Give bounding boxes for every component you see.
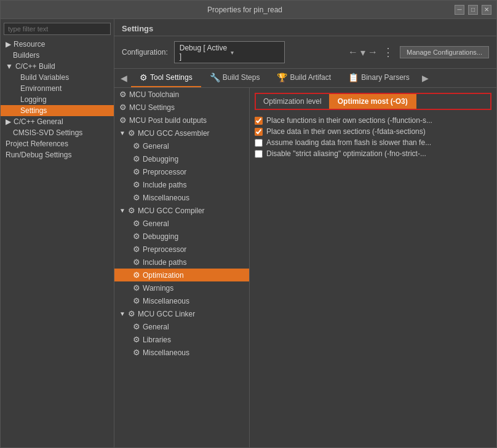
checkbox-loading-flash[interactable] — [255, 139, 263, 147]
tool-item-mcu-post-build[interactable]: ⚙ MCU Post build outputs — [114, 114, 249, 127]
sidebar-item-build-variables[interactable]: Build Variables — [1, 72, 114, 83]
tool-item-label: Libraries — [143, 336, 171, 344]
minimize-button[interactable]: ─ — [455, 5, 464, 15]
tab-tool-settings[interactable]: ⚙ Tool Settings — [131, 69, 201, 87]
window-controls: ─ □ ✕ — [455, 5, 491, 15]
tool-item-asm-miscellaneous[interactable]: ⚙ Miscellaneous — [114, 191, 249, 204]
sidebar-item-label: Settings — [20, 106, 47, 115]
tab-build-steps-label: Build Steps — [223, 73, 260, 82]
settings-title: Settings — [122, 24, 153, 33]
main-window: Properties for pin_read ─ □ ✕ ▶ Resource… — [0, 0, 497, 448]
gear-icon: ⚙ — [128, 206, 135, 215]
tab-next-button[interactable]: ▶ — [418, 71, 432, 85]
maximize-button[interactable]: □ — [468, 5, 478, 15]
gear-icon: ⚙ — [133, 270, 140, 280]
filter-input[interactable] — [4, 23, 111, 35]
close-button[interactable]: ✕ — [482, 5, 491, 15]
tab-binary-parsers-label: Binary Parsers — [361, 73, 410, 82]
tool-item-mcu-toolchain[interactable]: ⚙ MCU Toolchain — [114, 88, 249, 101]
window-title: Properties for pin_read — [35, 6, 455, 14]
tool-item-label: Preprocessor — [143, 245, 186, 254]
sidebar-item-label: Run/Debug Settings — [6, 151, 71, 159]
nav-dropdown-button[interactable]: ▾ — [360, 47, 365, 58]
gear-icon: ⚙ — [133, 193, 140, 202]
tool-item-linker-general[interactable]: ⚙ General — [114, 320, 249, 333]
tab-build-artifact[interactable]: 🏆 Build Artifact — [268, 69, 340, 87]
gear-icon: ⚙ — [133, 167, 140, 176]
tool-item-gcc-debugging[interactable]: ⚙ Debugging — [114, 230, 249, 243]
right-panel: Settings Configuration: Debug [ Active ]… — [114, 19, 496, 447]
tool-item-label: General — [143, 219, 169, 228]
checkbox-row: Assume loading data from flash is slower… — [255, 138, 491, 147]
tool-item-label: Miscellaneous — [143, 194, 189, 202]
tool-item-gcc-general[interactable]: ⚙ General — [114, 217, 249, 230]
checkbox-row: Place functions in their own sections (-… — [255, 116, 491, 125]
tool-item-label: Miscellaneous — [143, 297, 189, 305]
sidebar-item-label: Resource — [14, 40, 45, 49]
nav-fwd-button[interactable]: → — [368, 47, 378, 58]
tool-item-gcc-optimization[interactable]: ⚙ Optimization — [114, 269, 249, 281]
sidebar-item-environment[interactable]: Environment — [1, 83, 114, 94]
tool-item-mcu-gcc-assembler[interactable]: ▼ ⚙ MCU GCC Assembler — [114, 127, 249, 140]
gear-icon: ⚙ — [133, 232, 140, 241]
optimization-level-value[interactable]: Optimize most (-O3) — [329, 94, 416, 109]
sidebar-item-resource[interactable]: ▶ Resource — [1, 39, 114, 50]
sidebar-item-project-references[interactable]: Project References — [1, 138, 114, 149]
gear-icon: ⚙ — [119, 103, 127, 112]
sidebar-item-cpp-build[interactable]: ▼ C/C++ Build — [1, 61, 114, 72]
build-steps-icon: 🔧 — [210, 73, 220, 82]
tab-binary-parsers[interactable]: 📋 Binary Parsers — [340, 69, 418, 87]
binary-parsers-icon: 📋 — [348, 73, 359, 82]
config-dropdown[interactable]: Debug [ Active ] ▾ — [174, 41, 285, 63]
sidebar-item-label: C/C++ Build — [15, 62, 55, 71]
tool-item-label: MCU GCC Compiler — [138, 206, 205, 215]
config-dropdown-value: Debug [ Active ] — [180, 44, 228, 61]
checkbox-data-sections[interactable] — [255, 128, 263, 136]
tool-item-label: MCU Settings — [129, 103, 175, 112]
chevron-icon: ▶ — [6, 40, 11, 49]
manage-configurations-button[interactable]: Manage Configurations... — [400, 46, 489, 58]
more-options-button[interactable]: ⋮ — [383, 45, 394, 59]
tool-settings-icon: ⚙ — [140, 73, 148, 82]
tool-item-gcc-miscellaneous[interactable]: ⚙ Miscellaneous — [114, 294, 249, 307]
chevron-icon: ▼ — [6, 62, 13, 71]
sidebar-item-logging[interactable]: Logging — [1, 94, 114, 105]
tab-build-steps[interactable]: 🔧 Build Steps — [201, 69, 269, 87]
gear-icon: ⚙ — [133, 245, 140, 254]
tool-item-asm-general[interactable]: ⚙ General — [114, 140, 249, 152]
tool-item-asm-preprocessor[interactable]: ⚙ Preprocessor — [114, 165, 249, 178]
nav-back-button[interactable]: ← — [348, 47, 358, 58]
gear-icon: ⚙ — [133, 141, 140, 151]
sidebar-item-cmsis-svd[interactable]: CMSIS-SVD Settings — [1, 127, 114, 138]
tool-item-gcc-preprocessor[interactable]: ⚙ Preprocessor — [114, 243, 249, 256]
dropdown-arrow-icon: ▾ — [231, 49, 279, 56]
sidebar-item-settings[interactable]: Settings — [1, 105, 114, 116]
checkbox-label: Disable "strict aliasing" optimization (… — [266, 149, 426, 158]
tool-item-linker-miscellaneous[interactable]: ⚙ Miscellaneous — [114, 346, 249, 359]
tool-item-label: General — [143, 142, 169, 151]
checkbox-functions-sections[interactable] — [255, 117, 263, 125]
tool-item-mcu-gcc-compiler[interactable]: ▼ ⚙ MCU GCC Compiler — [114, 204, 249, 217]
checkbox-label: Assume loading data from flash is slower… — [266, 138, 431, 147]
panel-body: ⚙ MCU Toolchain ⚙ MCU Settings ⚙ MCU Pos… — [114, 88, 496, 447]
gear-icon: ⚙ — [133, 348, 140, 357]
tool-tree: ⚙ MCU Toolchain ⚙ MCU Settings ⚙ MCU Pos… — [114, 88, 250, 447]
tool-item-gcc-include-paths[interactable]: ⚙ Include paths — [114, 256, 249, 269]
tool-item-asm-include-paths[interactable]: ⚙ Include paths — [114, 178, 249, 191]
tool-item-mcu-settings[interactable]: ⚙ MCU Settings — [114, 101, 249, 114]
tool-item-label: MCU GCC Assembler — [138, 129, 210, 138]
checkbox-strict-aliasing[interactable] — [255, 150, 263, 158]
tab-prev-button[interactable]: ◀ — [117, 71, 131, 85]
gear-icon: ⚙ — [128, 128, 135, 138]
tool-item-linker-libraries[interactable]: ⚙ Libraries — [114, 333, 249, 346]
tool-item-asm-debugging[interactable]: ⚙ Debugging — [114, 152, 249, 165]
tool-item-label: General — [143, 323, 169, 331]
tool-item-gcc-warnings[interactable]: ⚙ Warnings — [114, 281, 249, 294]
sidebar-item-cpp-general[interactable]: ▶ C/C++ General — [1, 116, 114, 127]
sidebar-item-builders[interactable]: Builders — [1, 50, 114, 61]
sidebar-item-run-debug[interactable]: Run/Debug Settings — [1, 149, 114, 160]
checkbox-row: Disable "strict aliasing" optimization (… — [255, 149, 491, 158]
main-content: ▶ Resource Builders ▼ C/C++ Build Build … — [1, 19, 496, 447]
checkbox-label: Place data in their own sections (-fdata… — [266, 127, 426, 136]
tool-item-mcu-gcc-linker[interactable]: ▼ ⚙ MCU GCC Linker — [114, 307, 249, 320]
